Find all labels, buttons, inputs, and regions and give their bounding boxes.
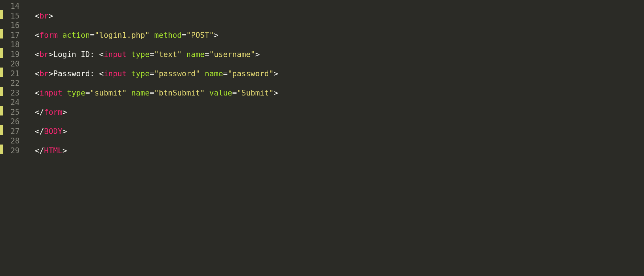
- token-at: type: [67, 89, 86, 97]
- token-p: <: [35, 50, 40, 59]
- token-p: >: [214, 31, 219, 40]
- token-tg: form: [40, 31, 58, 40]
- line-number: 14: [3, 1, 20, 11]
- mod-marker: [0, 19, 3, 29]
- token-st: "text": [154, 50, 182, 59]
- mod-marker: [0, 145, 3, 154]
- token-at: type: [131, 50, 150, 59]
- line-number: 25: [3, 107, 20, 117]
- line-number: 24: [3, 98, 20, 107]
- line-number: 27: [3, 127, 20, 137]
- token-p: <: [35, 12, 40, 20]
- token-p: =: [232, 89, 237, 97]
- token-p: </: [35, 127, 44, 136]
- token-p: <: [35, 31, 40, 40]
- code-editor[interactable]: 14151617181920212223242526272829 <br> <f…: [0, 0, 644, 276]
- token-p: <: [35, 69, 40, 78]
- token-at: name: [186, 50, 205, 59]
- token-tg: input: [104, 50, 127, 59]
- mod-marker: [0, 48, 3, 58]
- mod-marker: [0, 0, 3, 10]
- token-st: "submit": [90, 89, 127, 97]
- token-p: =: [150, 69, 154, 78]
- line-number: 23: [3, 88, 20, 98]
- code-line[interactable]: </BODY>: [35, 127, 644, 137]
- token-p: Login ID: <: [53, 50, 104, 59]
- token-p: =: [150, 89, 154, 97]
- token-p: [127, 89, 131, 97]
- line-number: 18: [3, 40, 20, 50]
- line-number: 22: [3, 78, 20, 88]
- token-p: =: [182, 31, 187, 40]
- token-p: [58, 31, 62, 40]
- code-line[interactable]: [35, 1, 644, 11]
- mod-marker: [0, 77, 3, 87]
- line-number: 19: [3, 50, 20, 60]
- token-st: "password": [154, 69, 200, 78]
- token-at: value: [209, 89, 232, 97]
- token-p: =: [150, 50, 154, 59]
- token-p: >: [255, 50, 260, 59]
- token-p: >: [49, 12, 53, 20]
- line-number: 16: [3, 21, 20, 31]
- token-p: =: [90, 31, 95, 40]
- token-p: [127, 69, 131, 78]
- token-tg: br: [40, 12, 49, 20]
- code-line[interactable]: </HTML>: [35, 146, 644, 156]
- mod-marker: [0, 38, 3, 48]
- token-p: >: [274, 69, 278, 78]
- token-st: "POST": [186, 31, 214, 40]
- token-tg: br: [40, 50, 49, 59]
- code-line[interactable]: [35, 117, 644, 127]
- modification-bar: [0, 0, 3, 276]
- mod-marker: [0, 87, 3, 97]
- token-st: "password": [228, 69, 273, 78]
- mod-marker: [0, 68, 3, 77]
- token-tg: input: [104, 69, 127, 78]
- code-line[interactable]: [35, 21, 644, 31]
- mod-marker: [0, 135, 3, 145]
- code-line[interactable]: <br>: [35, 11, 644, 21]
- mod-marker: [0, 106, 3, 116]
- code-line[interactable]: <br>Login ID: <input type="text" name="u…: [35, 50, 644, 60]
- code-line[interactable]: [35, 98, 644, 107]
- mod-marker: [0, 58, 3, 68]
- line-number: 17: [3, 31, 20, 40]
- token-p: <: [35, 89, 40, 97]
- code-line[interactable]: [35, 78, 644, 88]
- line-number: 26: [3, 117, 20, 127]
- code-line[interactable]: <br>Password: <input type="password" nam…: [35, 69, 644, 79]
- code-line[interactable]: [35, 40, 644, 50]
- mod-marker: [0, 10, 3, 20]
- token-p: [200, 69, 205, 78]
- token-p: =: [223, 69, 228, 78]
- token-at: method: [154, 31, 182, 40]
- token-p: Password: <: [53, 69, 104, 78]
- line-number: 29: [3, 146, 20, 156]
- token-p: [127, 50, 131, 59]
- code-line[interactable]: <input type="submit" name="btnSubmit" va…: [35, 88, 644, 98]
- token-at: name: [131, 89, 150, 97]
- line-number-gutter: 14151617181920212223242526272829: [3, 0, 24, 276]
- line-number: 15: [3, 11, 20, 21]
- token-p: [205, 89, 209, 97]
- token-tg: input: [40, 89, 62, 97]
- code-line[interactable]: [35, 59, 644, 69]
- token-p: >: [62, 146, 67, 155]
- code-line[interactable]: <form action="login1.php" method="POST">: [35, 31, 644, 40]
- mod-marker: [0, 96, 3, 106]
- code-line[interactable]: [35, 136, 644, 146]
- token-p: >: [62, 108, 67, 117]
- code-line[interactable]: </form>: [35, 107, 644, 117]
- token-p: >: [49, 50, 53, 59]
- code-area[interactable]: <br> <form action="login1.php" method="P…: [24, 0, 644, 276]
- token-p: [182, 50, 187, 59]
- mod-marker: [0, 125, 3, 135]
- token-st: "Submit": [237, 89, 273, 97]
- mod-marker: [0, 29, 3, 39]
- token-p: [150, 31, 154, 40]
- line-number: 20: [3, 59, 20, 69]
- token-at: type: [131, 69, 150, 78]
- token-st: "username": [209, 50, 255, 59]
- token-p: =: [205, 50, 209, 59]
